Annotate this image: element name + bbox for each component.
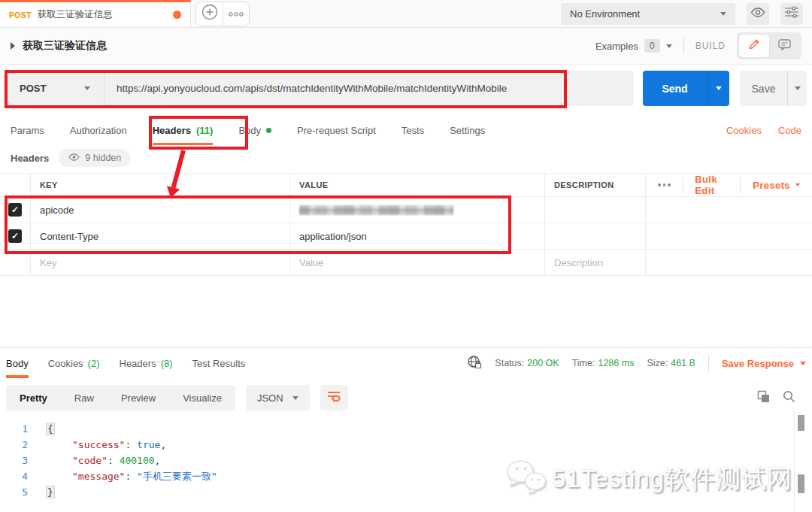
header-value-cell[interactable]: application/json	[289, 223, 544, 249]
response-headers-count: (8)	[161, 358, 173, 369]
response-tab-body-label: Body	[6, 358, 29, 369]
environment-select[interactable]: No Environment	[561, 3, 735, 25]
response-tab-test-results[interactable]: Test Results	[192, 348, 246, 378]
chevron-down-icon	[666, 44, 672, 48]
scrollbar-thumb[interactable]	[798, 415, 804, 431]
header-description-cell[interactable]	[544, 223, 645, 249]
row-checkbox[interactable]: ✓	[8, 229, 22, 243]
request-title: 获取三证验证信息	[23, 39, 107, 53]
comment-button[interactable]	[769, 35, 799, 57]
tab-authorization[interactable]: Authorization	[70, 115, 127, 145]
request-header-row: 获取三证验证信息 Examples 0 BUILD	[0, 28, 812, 65]
size-value: 461 B	[671, 358, 695, 368]
save-button[interactable]: Save	[740, 71, 787, 106]
key-input-placeholder[interactable]: Key	[30, 250, 289, 275]
header-checkbox-spacer	[0, 174, 30, 196]
chevron-down-icon	[84, 86, 90, 90]
tab-params[interactable]: Params	[11, 115, 44, 145]
hidden-headers-toggle[interactable]: 9 hidden	[59, 149, 131, 167]
send-options-button[interactable]	[707, 71, 729, 106]
scrollbar-thumb[interactable]	[798, 474, 804, 493]
method-select-value: POST	[20, 83, 46, 94]
header-key-cell[interactable]: apicode	[30, 197, 289, 223]
tab-body[interactable]: Body	[238, 115, 271, 145]
mode-toggle-group	[737, 32, 801, 59]
response-tab-body[interactable]: Body	[6, 348, 29, 378]
tab-params-label: Params	[11, 125, 44, 136]
response-tab-headers-label: Headers	[120, 358, 156, 369]
presets-dropdown[interactable]: Presets	[741, 180, 812, 191]
tab-tests[interactable]: Tests	[401, 115, 424, 145]
scrollbar-track	[794, 411, 795, 512]
tab-authorization-label: Authorization	[70, 125, 127, 136]
plus-icon	[201, 4, 218, 23]
cookies-link[interactable]: Cookies	[726, 125, 762, 136]
tab-headers-count: (11)	[196, 125, 213, 136]
size-label: Size:	[647, 358, 668, 368]
code-text: }	[39, 484, 54, 500]
environment-quick-look-button[interactable]	[747, 3, 769, 25]
disclosure-triangle-icon[interactable]	[11, 42, 15, 50]
description-input-placeholder[interactable]: Description	[544, 250, 645, 275]
row-checkbox-cell: ✓	[0, 197, 30, 223]
environment-settings-button[interactable]	[780, 3, 803, 25]
wrap-lines-button[interactable]	[320, 385, 348, 411]
row-checkbox[interactable]: ✓	[8, 203, 22, 217]
headers-subheader: Headers 9 hidden	[11, 147, 131, 169]
format-select[interactable]: JSON	[246, 385, 310, 411]
edit-mode-button[interactable]	[739, 35, 769, 57]
response-tab-headers[interactable]: Headers (8)	[120, 348, 173, 378]
header-value-cell[interactable]	[289, 197, 544, 223]
view-mode-group: Pretty Raw Preview Visualize	[6, 385, 235, 411]
tab-pre-request-script[interactable]: Pre-request Script	[297, 115, 376, 145]
json-key: "message"	[72, 471, 125, 482]
line-number: 5	[0, 484, 39, 500]
method-select[interactable]: POST	[6, 71, 104, 106]
json-sep: :	[108, 455, 120, 466]
tab-options-button[interactable]	[223, 2, 249, 26]
save-button-group: Save	[740, 71, 807, 106]
header-key-cell[interactable]: Content-Type	[30, 223, 289, 249]
code-text: "code": 400100,	[39, 453, 160, 468]
watermark: 51Testing软件测试网	[504, 458, 792, 500]
save-options-button[interactable]	[787, 71, 807, 106]
examples-label: Examples	[595, 41, 638, 52]
json-key: "code"	[72, 455, 108, 466]
chevron-down-icon	[716, 86, 722, 90]
header-description-cell[interactable]	[544, 197, 645, 223]
code-text: {	[39, 421, 54, 437]
tab-headers-label: Headers	[153, 125, 191, 136]
response-tab-bar: Body Cookies (2) Headers (8) Test Result…	[6, 348, 806, 378]
response-tab-cookies[interactable]: Cookies (2)	[48, 348, 100, 378]
new-tab-button[interactable]	[196, 2, 223, 26]
json-sep: :	[125, 439, 137, 450]
row-checkbox-cell	[0, 250, 30, 275]
request-tab[interactable]: POST 获取三证验证信息	[0, 0, 191, 27]
view-raw-button[interactable]: Raw	[61, 385, 108, 411]
time-value: 1286 ms	[598, 358, 634, 368]
view-pretty-button[interactable]: Pretty	[6, 385, 61, 411]
copy-icon[interactable]	[757, 390, 770, 406]
row-end-cell	[645, 197, 812, 223]
bulk-edit-link[interactable]: Bulk Edit	[683, 174, 740, 196]
network-info-icon[interactable]	[467, 355, 482, 372]
code-link[interactable]: Code	[778, 125, 801, 136]
send-button[interactable]: Send	[643, 71, 707, 106]
headers-table: KEY VALUE DESCRIPTION Bulk Edit Presets …	[0, 173, 812, 276]
table-more-options-icon[interactable]	[646, 183, 683, 186]
column-description: DESCRIPTION	[544, 174, 645, 196]
search-icon[interactable]	[783, 390, 795, 406]
chevron-down-icon	[292, 396, 298, 400]
response-tab-test-results-label: Test Results	[192, 358, 246, 369]
value-input-placeholder[interactable]: Value	[289, 250, 544, 275]
save-response-dropdown[interactable]: Save Response	[722, 358, 806, 369]
more-options-icon	[229, 7, 244, 20]
time-pair: Time:1286 ms	[572, 358, 635, 368]
row-end-cell	[645, 250, 812, 275]
view-visualize-button[interactable]: Visualize	[169, 385, 235, 411]
url-input[interactable]: https://api.yonyoucloud.com/apis/dst/mat…	[105, 83, 519, 94]
tab-settings[interactable]: Settings	[450, 115, 485, 145]
view-preview-button[interactable]: Preview	[108, 385, 169, 411]
tab-headers[interactable]: Headers (11)	[153, 115, 214, 145]
examples-dropdown[interactable]: Examples 0	[595, 39, 672, 53]
